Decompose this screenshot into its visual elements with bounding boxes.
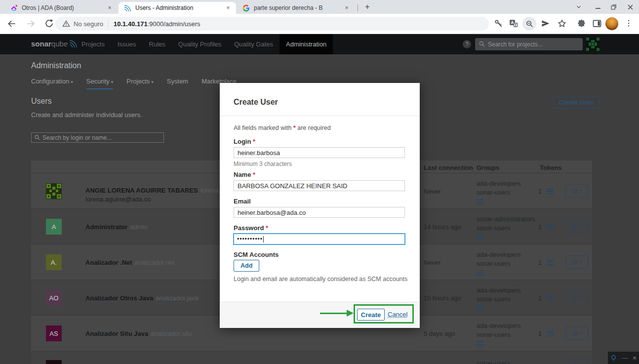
tokens-list-icon[interactable] [547, 295, 554, 301]
user-login: analizador.java [156, 294, 199, 302]
back-icon[interactable] [7, 19, 17, 29]
forward-icon[interactable] [26, 19, 36, 29]
last-connection: 15 hours ago [424, 294, 461, 302]
nav-administration[interactable]: Administration [280, 34, 333, 54]
tab-users-administration[interactable]: Users - Administration × [119, 2, 236, 14]
widget-minimize-icon[interactable]: — [622, 355, 628, 362]
tab-close-icon[interactable]: × [106, 4, 114, 11]
nav-quality-profiles[interactable]: Quality Profiles [172, 34, 228, 54]
google-favicon-icon [242, 4, 250, 12]
tab-search-chevron-icon[interactable] [574, 2, 584, 11]
bookmark-star-icon[interactable] [557, 19, 567, 29]
omnibox[interactable]: No seguro 10.1.40.171:9000/admin/users [55, 17, 489, 31]
nav-quality-gates[interactable]: Quality Gates [228, 34, 280, 54]
user-login: admin [130, 223, 147, 231]
browser-menu-dots-icon[interactable] [624, 19, 634, 29]
scm-note: Login and email are automatically consid… [234, 276, 407, 283]
user-actions-button[interactable]: ⚙▾ [565, 184, 588, 198]
window-restore-icon[interactable] [609, 2, 619, 11]
sonarqube-favicon-icon [123, 4, 131, 12]
tokens-cell: 1 [538, 259, 542, 266]
lightbulb-icon[interactable] [610, 354, 617, 362]
tokens-cell: 1 [538, 294, 542, 302]
annotation-arrow [320, 313, 348, 314]
window-minimize-icon[interactable] [593, 2, 603, 11]
zoom-out-indicator[interactable] [522, 17, 536, 31]
search-icon [34, 134, 40, 141]
user-identicon-avatar[interactable] [586, 38, 599, 51]
users-search-input[interactable] [42, 133, 161, 142]
side-panel-icon[interactable] [592, 19, 602, 29]
tab-close-icon[interactable]: × [343, 4, 351, 11]
global-search[interactable] [475, 38, 583, 50]
scm-accounts-label: SCM Accounts [234, 251, 279, 258]
search-icon [479, 40, 485, 47]
email-field[interactable] [234, 207, 405, 218]
user-avatar: AO [46, 290, 62, 306]
chevron-down-icon: ▾ [580, 295, 582, 300]
tab-parte-superior[interactable]: parte superior derecha - B × [237, 2, 355, 14]
reload-icon[interactable] [44, 19, 54, 29]
users-search[interactable] [31, 132, 164, 143]
manage-groups-icon[interactable] [477, 235, 483, 240]
tokens-list-icon[interactable] [547, 189, 554, 194]
tokens-cell: 1 [538, 330, 542, 337]
send-icon[interactable] [541, 19, 551, 29]
modal-divider [220, 116, 420, 116]
global-search-input[interactable] [488, 38, 579, 50]
tokens-list-icon[interactable] [547, 331, 554, 336]
group-name: sonar-users [477, 224, 535, 233]
create-user-button-top[interactable]: Create User [553, 97, 599, 109]
name-field[interactable] [234, 180, 405, 191]
group-name: sonar-users [477, 295, 521, 304]
nav-projects[interactable]: Projects [75, 34, 111, 54]
translate-icon[interactable] [509, 19, 519, 29]
password-field[interactable]: •••••••••• [233, 233, 405, 245]
user-actions-button[interactable]: ⚙▾ [565, 291, 588, 304]
text-cursor [263, 236, 264, 243]
group-name: ada-developers [477, 179, 521, 188]
tokens-list-icon[interactable] [547, 224, 554, 230]
manage-groups-icon[interactable] [477, 270, 483, 276]
gear-icon: ⚙ [572, 187, 578, 195]
login-field[interactable] [234, 147, 405, 158]
annotation-highlight-box [354, 304, 414, 324]
group-name: sonar-administrators [477, 215, 535, 224]
new-tab-button[interactable]: + [362, 1, 373, 12]
user-actions-button[interactable]: ⚙▾ [565, 220, 588, 233]
user-actions-button[interactable]: ⚙▾ [565, 326, 588, 340]
tokens-cell: 1 [538, 223, 542, 231]
tab-otros-ada[interactable]: Otros | ADA (Board) × [5, 2, 118, 14]
nav-issues[interactable]: Issues [111, 34, 143, 54]
users-section-subtitle: Create and administer individual users. [31, 111, 142, 119]
subnav-system[interactable]: System [167, 78, 188, 89]
gear-icon: ⚙ [572, 294, 578, 302]
subnav-projects[interactable]: Projects▾ [126, 78, 154, 89]
col-header-groups: Groups [477, 164, 499, 171]
groups-cell: sonar-administrators sonar-users [477, 215, 535, 243]
nav-rules[interactable]: Rules [143, 34, 172, 54]
extensions-puzzle-icon[interactable] [577, 19, 587, 29]
user-actions-button[interactable]: ⚙▾ [565, 255, 588, 269]
help-icon[interactable]: ? [463, 40, 471, 48]
widget-close-icon[interactable]: × [633, 354, 637, 362]
user-email: lorena.aguirre@ada.co [85, 196, 151, 203]
group-name: ada-developers [477, 286, 521, 295]
password-key-icon[interactable] [494, 19, 504, 29]
tokens-list-icon[interactable] [547, 260, 554, 265]
tab-close-icon[interactable]: × [224, 4, 232, 11]
group-name: sonar-users [477, 330, 521, 339]
window-close-icon[interactable] [625, 2, 635, 11]
groups-cell: ada-developers sonar-users [477, 286, 521, 314]
user-actions-button[interactable]: ⚙▾ [565, 359, 588, 364]
manage-groups-icon[interactable] [477, 306, 483, 311]
manage-groups-icon[interactable] [477, 199, 483, 204]
subnav-security[interactable]: Security▾ [86, 78, 114, 89]
browser-profile-avatar[interactable] [605, 17, 618, 30]
sonarqube-logo[interactable]: sonarqube [31, 40, 78, 48]
group-name: sonar-users [477, 188, 521, 197]
add-scm-account-button[interactable]: Add [234, 260, 259, 272]
manage-groups-icon[interactable] [477, 341, 483, 347]
subnav-configuration[interactable]: Configuration▾ [31, 78, 73, 89]
password-label: Password * [234, 224, 268, 232]
